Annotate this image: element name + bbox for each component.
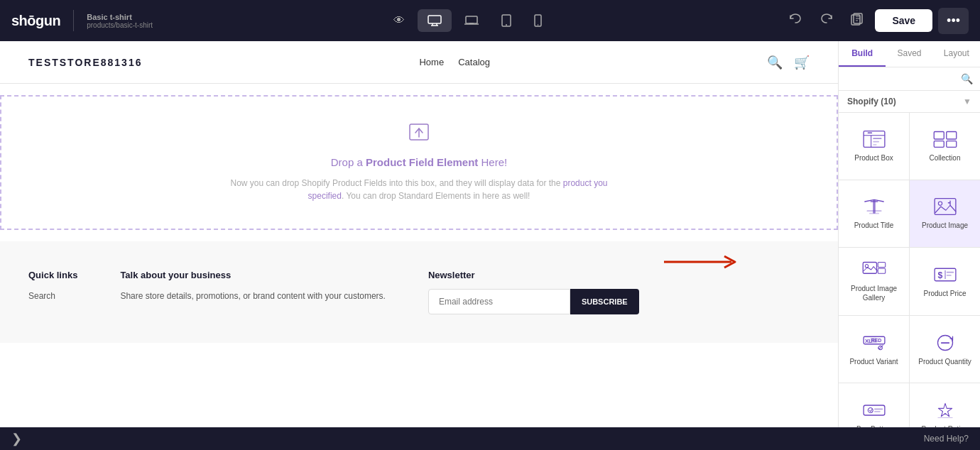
tab-build[interactable]: Build [839, 41, 886, 67]
cart-icon[interactable]: 🛒 [794, 55, 810, 70]
product-variant-label: Product Variant [849, 357, 898, 366]
collection-label: Collection [930, 153, 961, 163]
view-switcher: 👁 [383, 9, 552, 33]
footer-search-link[interactable]: Search [28, 289, 77, 304]
redo-button[interactable] [814, 7, 839, 34]
footer-col2-heading: Talk about your business [120, 270, 386, 280]
logo-text: shōgun [11, 13, 60, 29]
save-button[interactable]: Save [875, 9, 932, 32]
newsletter-subscribe-button[interactable]: SUBSCRIBE [570, 289, 639, 314]
panel-tabs: Build Saved Layout [839, 41, 980, 67]
preview-view-button[interactable]: 👁 [383, 9, 415, 33]
breadcrumb-title: Basic t-shirt [87, 13, 153, 21]
right-panel: Build Saved Layout 🔍 Shopify (10) ▼ [838, 41, 980, 450]
svg-marker-51 [938, 403, 952, 416]
more-button[interactable]: ••• [938, 8, 969, 34]
canvas-area: TESTSTORE881316 Home Catalog 🔍 🛒 Drop a … [0, 41, 838, 450]
svg-rect-4 [466, 16, 477, 23]
arrow-indicator [657, 251, 742, 273]
versions-button[interactable] [845, 7, 869, 34]
product-price-icon: $ [932, 265, 958, 285]
svg-point-31 [938, 202, 942, 205]
undo-button[interactable] [783, 7, 808, 34]
toolbar-left: shōgun Basic t-shirt products/basic-t-sh… [11, 10, 153, 31]
svg-point-48 [868, 407, 873, 412]
tablet-view-button[interactable] [491, 9, 521, 33]
product-image-gallery-icon [861, 260, 887, 280]
nav-links: Home Catalog [419, 57, 490, 67]
product-title-icon [861, 197, 887, 216]
panel-item-collection[interactable]: Collection [910, 113, 980, 180]
svg-rect-29 [869, 213, 879, 214]
svg-rect-50 [874, 410, 881, 412]
mobile-view-button[interactable] [524, 9, 552, 33]
divider [73, 10, 74, 31]
tablet-icon [501, 14, 511, 27]
collection-icon [932, 129, 958, 149]
nav-link-home[interactable]: Home [419, 57, 444, 67]
panel-search-area: 🔍 [839, 67, 980, 91]
product-image-icon [932, 197, 958, 216]
footer-col2-text: Share store details, promotions, or bran… [120, 289, 386, 304]
product-variant-icon: XL RED [861, 333, 887, 353]
footer-col-business: Talk about your business Share store det… [120, 270, 386, 314]
svg-rect-35 [878, 269, 886, 274]
svg-rect-47 [864, 405, 885, 415]
main-area: TESTSTORE881316 Home Catalog 🔍 🛒 Drop a … [0, 41, 980, 450]
svg-rect-22 [873, 144, 876, 146]
svg-rect-24 [946, 132, 956, 140]
newsletter-form: SUBSCRIBE [428, 289, 639, 314]
svg-rect-34 [878, 263, 886, 268]
product-box-icon [861, 129, 887, 149]
buy-button-icon [861, 400, 887, 420]
laptop-icon [464, 15, 479, 26]
breadcrumb-sub: products/basic-t-shirt [87, 21, 153, 29]
product-rating-icon [932, 400, 958, 420]
svg-point-10 [538, 24, 539, 26]
panel-item-product-image-gallery[interactable]: Product Image Gallery [839, 248, 909, 316]
panel-item-product-variant[interactable]: XL RED Product Variant [839, 316, 909, 383]
desktop-view-button[interactable] [418, 9, 452, 32]
panel-search-icon[interactable]: 🔍 [961, 73, 973, 84]
undo-icon [788, 13, 802, 26]
drop-zone: Drop a Product Field Element Here! Now y… [0, 95, 838, 230]
svg-rect-0 [428, 16, 441, 23]
expand-button[interactable]: ❯ [11, 431, 22, 446]
svg-text:$: $ [937, 270, 942, 280]
help-text[interactable]: Need Help? [924, 434, 969, 444]
nav-link-catalog[interactable]: Catalog [458, 57, 490, 67]
store-logo: TESTSTORE881316 [28, 57, 142, 68]
panel-item-product-title[interactable]: Product Title [839, 180, 909, 247]
product-title-label: Product Title [854, 221, 894, 230]
panel-item-product-quantity[interactable]: Product Quantity [910, 316, 980, 383]
product-image-gallery-label: Product Image Gallery [843, 284, 905, 302]
product-image-label: Product Image [922, 221, 968, 230]
svg-rect-49 [874, 408, 883, 410]
toolbar-actions: Save ••• [783, 7, 969, 34]
newsletter-email-input[interactable] [428, 289, 570, 314]
footer-columns: Quick links Search Talk about your busin… [28, 270, 810, 314]
drop-upload-icon [408, 123, 430, 143]
tab-saved[interactable]: Saved [886, 41, 932, 67]
svg-point-33 [865, 265, 868, 268]
shopify-section-header[interactable]: Shopify (10) ▼ [839, 91, 980, 113]
svg-point-8 [506, 24, 507, 26]
panel-grid: Product Box Collection [839, 113, 980, 450]
search-icon[interactable]: 🔍 [767, 55, 783, 70]
drop-text-main: Drop a Product Field Element Here! [331, 156, 507, 168]
tab-layout[interactable]: Layout [933, 41, 980, 67]
svg-rect-28 [866, 210, 881, 212]
panel-item-product-price[interactable]: $ Product Price [910, 248, 980, 316]
section-collapse-icon: ▼ [963, 97, 971, 106]
bottom-bar: ❯ Need Help? [0, 427, 980, 450]
svg-rect-23 [934, 132, 944, 140]
panel-item-product-image[interactable]: Product Image [910, 180, 980, 247]
svg-rect-25 [934, 141, 944, 148]
svg-text:RED: RED [871, 338, 881, 343]
footer-col-newsletter: Newsletter SUBSCRIBE [428, 270, 639, 314]
laptop-view-button[interactable] [454, 9, 489, 32]
footer-col-quick-links: Quick links Search [28, 270, 77, 314]
drop-link: product you specified [308, 178, 608, 201]
panel-item-product-box[interactable]: Product Box [839, 113, 909, 180]
drop-highlight: Product Field Element [366, 156, 478, 168]
